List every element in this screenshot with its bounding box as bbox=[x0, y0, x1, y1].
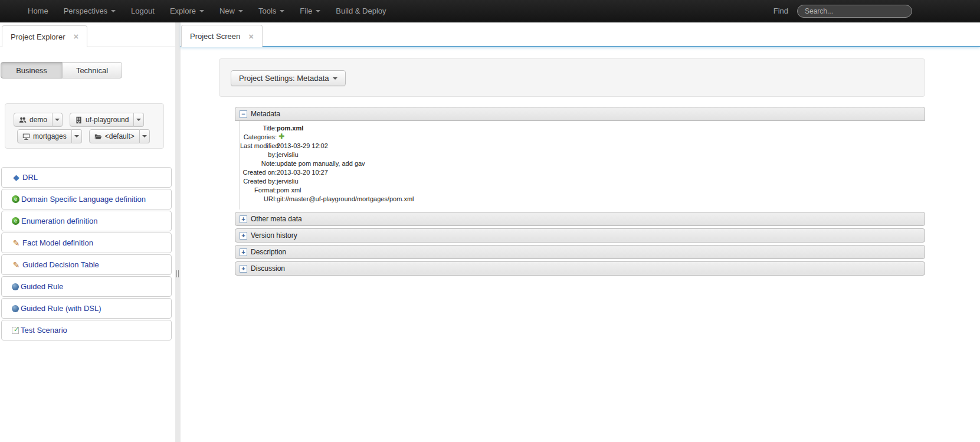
expand-icon[interactable] bbox=[240, 248, 247, 256]
list-item-guided-rule[interactable]: Guided Rule bbox=[1, 276, 172, 297]
chevron-down-icon bbox=[238, 10, 243, 12]
field-value: pom xml bbox=[277, 186, 301, 195]
expand-icon[interactable] bbox=[240, 215, 247, 223]
package-dropdown: <default> bbox=[89, 129, 150, 143]
other-meta-data-panel-header[interactable]: Other meta data bbox=[235, 212, 925, 226]
chevron-down-icon bbox=[316, 10, 320, 12]
package-caret[interactable] bbox=[140, 129, 150, 143]
dropdown-label: uf-playground bbox=[86, 116, 129, 124]
dsl-icon bbox=[12, 195, 19, 203]
metadata-accordion: Metadata Title: pom.xml Categories: Last… bbox=[235, 107, 925, 276]
left-tabstrip: Project Explorer × bbox=[0, 22, 175, 47]
repository-caret[interactable] bbox=[134, 113, 144, 127]
org-unit-caret[interactable] bbox=[53, 113, 63, 127]
chevron-down-icon bbox=[55, 119, 60, 121]
field-value: jervisliu bbox=[277, 150, 299, 159]
list-item-guided-rule-dsl[interactable]: Guided Rule (with DSL) bbox=[1, 298, 172, 319]
field-label: Created on: bbox=[240, 168, 277, 177]
menu-label: Tools bbox=[258, 6, 276, 15]
field-label: Note: bbox=[240, 159, 277, 168]
discussion-panel-header[interactable]: Discussion bbox=[235, 261, 925, 276]
menu-label: Perspectives bbox=[64, 6, 107, 15]
list-item-fact-model-definition[interactable]: Fact Model definition bbox=[1, 233, 172, 253]
meta-row-last-modified: Last modified 2013-03-29 12:02 bbox=[240, 142, 925, 150]
list-item-guided-decision-table[interactable]: Guided Decision Table bbox=[1, 254, 172, 275]
menu-explore[interactable]: Explore bbox=[162, 0, 212, 22]
meta-row-modified-by: by: jervisliu bbox=[240, 150, 925, 159]
package-button[interactable]: <default> bbox=[89, 129, 140, 143]
close-icon[interactable]: × bbox=[73, 33, 78, 40]
meta-row-note: Note: update pom manually, add gav bbox=[240, 159, 925, 168]
menu-build-deploy[interactable]: Build & Deploy bbox=[328, 0, 394, 22]
search-input[interactable] bbox=[797, 5, 912, 18]
settings-well: Project Settings: Metadata bbox=[219, 58, 925, 97]
panel-title: Metadata bbox=[251, 110, 280, 118]
list-item-enumeration-definition[interactable]: Enumeration definition bbox=[1, 211, 172, 231]
technical-view-button[interactable]: Technical bbox=[62, 62, 122, 78]
panel-title: Other meta data bbox=[251, 215, 302, 223]
menu-perspectives[interactable]: Perspectives bbox=[56, 0, 123, 22]
splitter-handle[interactable] bbox=[176, 270, 179, 277]
close-icon[interactable]: × bbox=[248, 33, 254, 40]
menu-logout[interactable]: Logout bbox=[123, 0, 162, 22]
repository-button[interactable]: uf-playground bbox=[70, 113, 134, 127]
list-item-label: Domain Specific Language definition bbox=[21, 195, 146, 204]
list-item-drl[interactable]: DRL bbox=[1, 167, 172, 188]
tab-project-screen[interactable]: Project Screen × bbox=[181, 25, 263, 47]
main-tabstrip: Project Screen × bbox=[181, 22, 980, 47]
metadata-panel-header[interactable]: Metadata bbox=[235, 107, 925, 121]
project-settings-dropdown[interactable]: Project Settings: Metadata bbox=[231, 70, 346, 86]
panel-title: Version history bbox=[251, 231, 297, 240]
tab-title: Project Screen bbox=[190, 32, 240, 41]
list-item-label: Enumeration definition bbox=[21, 217, 97, 225]
project-screen-pane: Project Screen × Project Settings: Metad… bbox=[181, 22, 980, 442]
menu-file[interactable]: File bbox=[292, 0, 328, 22]
tab-project-explorer[interactable]: Project Explorer × bbox=[2, 25, 87, 47]
org-unit-dropdown: demo bbox=[14, 113, 63, 127]
breadcrumb-row: mortgages <default> bbox=[14, 129, 163, 143]
project-button[interactable]: mortgages bbox=[17, 129, 72, 143]
version-history-panel-header[interactable]: Version history bbox=[235, 228, 925, 243]
button-label: Technical bbox=[76, 66, 108, 75]
chevron-down-icon bbox=[142, 135, 147, 137]
expand-icon[interactable] bbox=[240, 232, 247, 240]
project-explorer-pane: Project Explorer × Business Technical bbox=[0, 22, 175, 442]
field-value: update pom manually, add gav bbox=[277, 159, 365, 168]
list-item-dsl-definition[interactable]: Domain Specific Language definition bbox=[1, 189, 172, 209]
rule-sphere-icon bbox=[12, 283, 19, 290]
add-category-icon[interactable] bbox=[278, 133, 286, 140]
menu-tools[interactable]: Tools bbox=[251, 0, 292, 22]
find-label: Find bbox=[773, 6, 788, 15]
org-unit-button[interactable]: demo bbox=[14, 113, 53, 127]
collapse-icon[interactable] bbox=[240, 110, 247, 118]
expand-icon[interactable] bbox=[240, 265, 247, 273]
pencil-icon bbox=[12, 261, 21, 269]
explorer-view-toggle: Business Technical bbox=[1, 62, 122, 78]
workspace: Project Explorer × Business Technical bbox=[0, 22, 980, 442]
panel-title: Description bbox=[251, 248, 286, 256]
menu-label: Logout bbox=[131, 6, 155, 15]
project-screen-body: Project Settings: Metadata Metadata Titl… bbox=[181, 58, 980, 276]
navbar-search-area: Find bbox=[773, 5, 912, 18]
description-panel-header[interactable]: Description bbox=[235, 245, 925, 259]
chevron-down-icon bbox=[199, 10, 204, 12]
chevron-down-icon bbox=[74, 135, 79, 137]
field-value: 2013-03-29 12:02 bbox=[277, 142, 328, 150]
list-item-test-scenario[interactable]: Test Scenario bbox=[1, 320, 172, 340]
menu-home[interactable]: Home bbox=[20, 0, 56, 22]
field-label: by: bbox=[240, 150, 277, 159]
drl-diamond-icon bbox=[12, 173, 21, 182]
pane-splitter[interactable] bbox=[175, 22, 181, 442]
meta-row-categories: Categories: bbox=[240, 133, 925, 142]
project-caret[interactable] bbox=[72, 129, 82, 143]
business-view-button[interactable]: Business bbox=[1, 62, 63, 78]
menu-new[interactable]: New bbox=[212, 0, 251, 22]
dropdown-label: <default> bbox=[105, 132, 135, 140]
menu-label: Home bbox=[28, 6, 48, 15]
desktop-icon bbox=[22, 133, 30, 140]
dropdown-label: demo bbox=[30, 116, 47, 124]
field-label: URI: bbox=[240, 195, 277, 204]
field-label: Format: bbox=[240, 186, 277, 195]
menu-label: File bbox=[300, 6, 312, 15]
folder-open-icon bbox=[94, 133, 102, 140]
